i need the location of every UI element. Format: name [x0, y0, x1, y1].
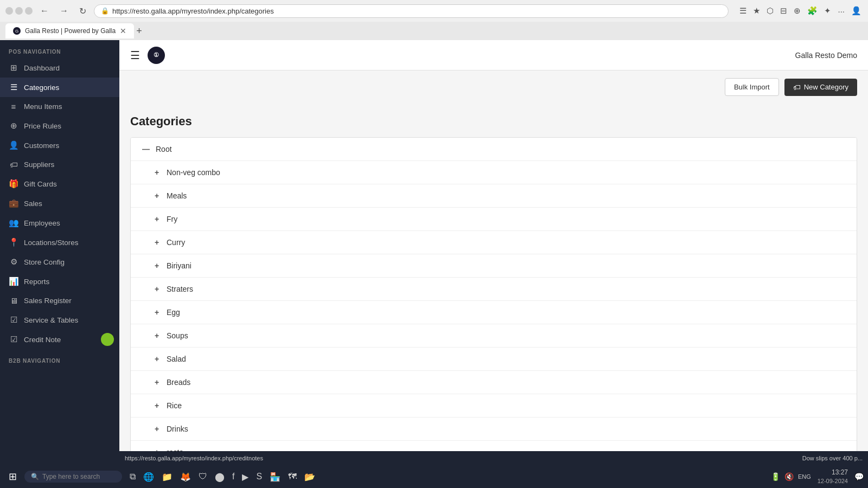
- sidebar-item-categories[interactable]: ☰ Categories: [0, 78, 119, 97]
- sidebar-item-sales-register[interactable]: 🖥 Sales Register: [0, 291, 119, 310]
- back-btn[interactable]: ←: [37, 5, 52, 17]
- list-item[interactable]: + Non-veg combo: [131, 161, 857, 184]
- clock-time: 13:27: [818, 468, 848, 477]
- bulk-import-button[interactable]: Bulk Import: [725, 78, 779, 96]
- collections-icon[interactable]: ⬡: [765, 5, 775, 17]
- maps-icon[interactable]: 🗺: [286, 470, 299, 484]
- copilot-icon[interactable]: ✦: [823, 5, 832, 17]
- list-item[interactable]: + Egg: [131, 301, 857, 324]
- task-view-icon[interactable]: ⧉: [127, 470, 138, 484]
- reader-mode-icon[interactable]: ☰: [738, 5, 748, 17]
- sidebar-item-store-config[interactable]: ⚙ Store Config: [0, 252, 119, 272]
- sidebar-label-locations: Locations/Stores: [24, 239, 79, 247]
- sidebar-item-sales[interactable]: 💼 Sales: [0, 194, 119, 213]
- list-item[interactable]: + resto: [131, 441, 857, 451]
- tab-favicon: G: [13, 27, 21, 35]
- antivirus-icon[interactable]: 🛡: [196, 470, 209, 484]
- customers-icon: 👤: [9, 140, 18, 150]
- expand-icon-1: +: [152, 191, 161, 200]
- list-item[interactable]: + Rice: [131, 394, 857, 418]
- start-button[interactable]: ⊞: [4, 468, 21, 485]
- list-item[interactable]: + Straters: [131, 278, 857, 301]
- menu-items-icon: ≡: [9, 102, 18, 111]
- green-dot-indicator: [101, 333, 114, 346]
- files-icon[interactable]: 📂: [302, 470, 317, 484]
- lang-indicator[interactable]: ENG: [798, 473, 811, 480]
- expand-icon-0: +: [152, 168, 161, 177]
- close-btn[interactable]: ✕: [25, 7, 33, 15]
- notification-icon[interactable]: 💬: [854, 472, 864, 481]
- list-item[interactable]: + Fry: [131, 208, 857, 231]
- favorites-icon[interactable]: ⊕: [793, 5, 802, 17]
- list-item[interactable]: + Drinks: [131, 418, 857, 441]
- sidebar-item-suppliers[interactable]: 🏷 Suppliers: [0, 155, 119, 174]
- minimize-btn[interactable]: —: [5, 7, 13, 15]
- list-item[interactable]: + Biriyani: [131, 254, 857, 278]
- list-item[interactable]: + Curry: [131, 231, 857, 254]
- more-icon[interactable]: ···: [837, 5, 846, 17]
- tag-icon: 🏷: [793, 83, 801, 92]
- reports-icon: 📊: [9, 277, 18, 286]
- menu-toggle-btn[interactable]: ☰: [130, 49, 140, 62]
- sidebar-item-employees[interactable]: 👥 Employees: [0, 213, 119, 233]
- sidebar-label-reports: Reports: [24, 278, 49, 286]
- extensions-icon[interactable]: 🧩: [806, 5, 819, 17]
- action-buttons-bar: Bulk Import 🏷 New Category: [119, 70, 868, 104]
- skype-icon[interactable]: S: [254, 470, 264, 484]
- youtube-icon[interactable]: ▶: [240, 470, 251, 484]
- forward-btn[interactable]: →: [56, 5, 72, 17]
- sidebar-item-gift-cards[interactable]: 🎁 Gift Cards: [0, 174, 119, 194]
- employees-icon: 👥: [9, 218, 18, 228]
- volume-icon[interactable]: 🔇: [784, 472, 794, 481]
- chrome-icon[interactable]: ⬤: [213, 470, 227, 484]
- sidebar-item-customers[interactable]: 👤 Customers: [0, 136, 119, 155]
- firefox-icon[interactable]: 🦊: [178, 470, 193, 484]
- sidebar-item-locations[interactable]: 📍 Locations/Stores: [0, 233, 119, 252]
- refresh-btn[interactable]: ↻: [76, 5, 90, 17]
- tab-label: Galla Resto | Powered by Galla: [25, 27, 116, 35]
- sidebar-item-menu-items[interactable]: ≡ Menu Items: [0, 97, 119, 116]
- window-controls: — □ ✕: [5, 7, 33, 15]
- fb-icon[interactable]: f: [230, 470, 237, 484]
- expand-icon-3: +: [152, 238, 161, 247]
- sidebar-item-service-tables[interactable]: ☑ Service & Tables: [0, 310, 119, 330]
- tab-close-btn[interactable]: ✕: [120, 27, 126, 35]
- root-label: Root: [156, 145, 172, 153]
- explorer-icon[interactable]: 📁: [159, 470, 175, 484]
- category-name-6: Egg: [167, 308, 180, 317]
- suppliers-icon: 🏷: [9, 160, 18, 169]
- browser-top: — □ ✕ ← → ↻ 🔒 https://resto.galla.app/my…: [0, 0, 868, 22]
- sidebar-item-dashboard[interactable]: ⊞ Dashboard: [0, 58, 119, 78]
- address-bar[interactable]: 🔒 https://resto.galla.app/myresto/index.…: [94, 4, 729, 18]
- sidebar-item-reports[interactable]: 📊 Reports: [0, 272, 119, 291]
- list-item[interactable]: + Soups: [131, 324, 857, 348]
- expand-icon-11: +: [152, 425, 161, 433]
- list-item[interactable]: + Salad: [131, 348, 857, 371]
- new-category-button[interactable]: 🏷 New Category: [784, 79, 857, 96]
- list-item[interactable]: + Breads: [131, 371, 857, 394]
- taskbar-search-bar[interactable]: 🔍 Type here to search: [24, 471, 122, 483]
- sales-icon: 💼: [9, 198, 18, 208]
- split-view-icon[interactable]: ⊟: [779, 5, 788, 17]
- maximize-btn[interactable]: □: [15, 7, 23, 15]
- page-title: Categories: [130, 114, 857, 129]
- edge-icon[interactable]: 🌐: [141, 470, 156, 484]
- sidebar-item-credit-note[interactable]: ☑ Credit Note: [0, 330, 119, 349]
- sidebar-label-gift-cards: Gift Cards: [24, 180, 57, 188]
- taskbar-clock[interactable]: 13:27 12-09-2024: [818, 468, 848, 485]
- sidebar-item-price-rules[interactable]: ⊕ Price Rules: [0, 116, 119, 136]
- expand-icon-9: +: [152, 378, 161, 387]
- active-tab[interactable]: G Galla Resto | Powered by Galla ✕: [5, 23, 134, 38]
- news-ticker: Dow slips over 400 p...: [802, 455, 863, 461]
- sidebar-label-sales: Sales: [24, 200, 42, 208]
- new-tab-btn[interactable]: +: [136, 25, 142, 37]
- store-icon[interactable]: 🏪: [267, 470, 283, 484]
- list-item[interactable]: + Meals: [131, 184, 857, 208]
- profile-icon[interactable]: 👤: [850, 5, 863, 17]
- sidebar: POS NAVIGATION ⊞ Dashboard ☰ Categories …: [0, 40, 119, 465]
- battery-icon[interactable]: 🔋: [771, 472, 780, 481]
- root-category-row[interactable]: — Root: [131, 138, 857, 161]
- tabs-bar: G Galla Resto | Powered by Galla ✕ +: [0, 22, 868, 40]
- sidebar-label-menu-items: Menu Items: [24, 102, 62, 111]
- star-icon[interactable]: ★: [752, 5, 761, 17]
